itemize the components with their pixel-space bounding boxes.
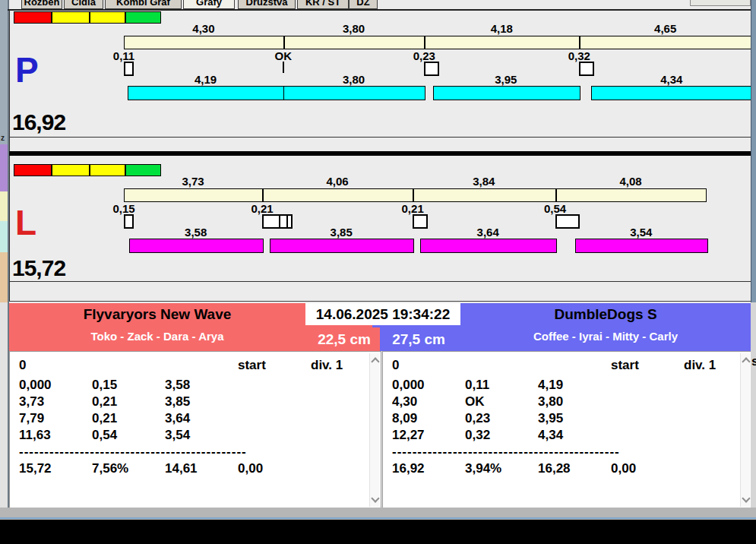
table-cell-r3c0: 11,63 xyxy=(19,428,51,443)
dog-run-bar xyxy=(270,239,414,253)
table-cell-r0c2: 4,19 xyxy=(538,378,563,393)
split-divider xyxy=(262,189,264,201)
run-label: 3,58 xyxy=(129,226,262,239)
split-divider xyxy=(579,36,580,49)
run-label: 4,19 xyxy=(128,73,283,86)
background-window-band-4 xyxy=(0,252,8,302)
right-edge-clipped-column: s xyxy=(751,302,756,508)
table-header-start: start xyxy=(238,358,266,373)
datetime-display: 14.06.2025 19:34:22 xyxy=(305,303,460,325)
table-total-c3: 0,00 xyxy=(238,461,263,476)
tab-grafy[interactable]: Grafy xyxy=(183,0,235,9)
tab-rozb-h[interactable]: Rozběh xyxy=(21,0,62,9)
split-divider xyxy=(424,36,425,49)
team-right-dogs: Coffee - Iyrai - Mitty - Carly xyxy=(460,330,751,343)
table-header-div: div. 1 xyxy=(684,358,716,373)
table-cell-r3c0: 12,27 xyxy=(392,428,425,443)
table-total-c1: 3,94% xyxy=(465,461,501,476)
table-cell-r2c1: 0,21 xyxy=(92,411,117,426)
table-cell-r2c0: 7,79 xyxy=(19,411,44,426)
jump-height-left: 22,5 cm xyxy=(305,327,383,351)
dog-run-bar xyxy=(283,86,425,100)
run-label: 3,85 xyxy=(270,226,413,239)
right-edge-scrollbar-strip[interactable] xyxy=(751,0,756,302)
dog-run-bar xyxy=(128,86,284,100)
background-window-band-5 xyxy=(0,302,8,508)
table-separator: ----------------------------------------… xyxy=(392,444,622,460)
team-left-dogs: Toko - Zack - Dara - Arya xyxy=(9,330,305,343)
top-right-tab-remnant[interactable] xyxy=(690,0,751,6)
split-label: 4,30 xyxy=(124,22,283,35)
table-cell-r0c2: 3,58 xyxy=(165,378,190,393)
status-light-block-0 xyxy=(14,11,52,24)
background-window-band-1 xyxy=(0,144,8,191)
scroll-up-icon[interactable] xyxy=(371,357,379,365)
dog-run-bar xyxy=(420,239,557,253)
scroll-down-icon[interactable] xyxy=(371,494,379,502)
table-total-c2: 16,28 xyxy=(538,461,571,476)
run-label: 3,95 xyxy=(433,73,580,86)
jump-height-right: 27,5 cm xyxy=(380,327,457,351)
background-window-band-2 xyxy=(0,191,8,221)
table-left-scrollbar[interactable] xyxy=(369,353,379,507)
table-total-c1: 7,56% xyxy=(92,461,128,476)
table-cell-r2c0: 8,09 xyxy=(392,411,417,426)
tab-kombi-graf[interactable]: Kombi Graf xyxy=(105,0,182,9)
split-label: 3,73 xyxy=(124,175,262,188)
tab-dru-stva[interactable]: Družstva xyxy=(238,0,296,9)
split-label: 3,84 xyxy=(413,175,555,188)
table-cell-r0c0: 0,000 xyxy=(392,378,425,393)
split-label: 4,18 xyxy=(424,22,579,35)
table-cell-r0c0: 0,000 xyxy=(19,378,52,393)
split-time-bar xyxy=(124,188,707,202)
status-light-block-1 xyxy=(52,164,90,176)
table-cell-r3c2: 3,54 xyxy=(165,428,190,443)
tab--idla[interactable]: Čidla xyxy=(64,0,103,9)
run-label: 4,34 xyxy=(591,73,752,86)
table-header-zero: 0 xyxy=(392,358,399,373)
table-cell-r1c0: 4,30 xyxy=(392,394,417,410)
split-divider xyxy=(283,36,285,49)
crossover-label: 0,11 xyxy=(101,49,147,62)
table-header-div: div. 1 xyxy=(311,358,343,373)
table-cell-r1c1: 0,21 xyxy=(92,394,117,410)
table-cell-r3c1: 0,54 xyxy=(92,428,117,443)
background-window-band-3 xyxy=(0,221,8,252)
scroll-up-icon[interactable] xyxy=(742,357,750,365)
table-header-zero: 0 xyxy=(19,358,26,373)
dog-run-bar xyxy=(129,239,264,253)
crossover-label: 0,21 xyxy=(390,202,435,215)
right-edge-letter: s xyxy=(751,354,756,369)
table-cell-r3c2: 4,34 xyxy=(538,428,563,443)
crossover-label: 0,15 xyxy=(101,202,147,215)
background-window-band-0 xyxy=(0,0,8,144)
footer-top-line xyxy=(9,301,751,302)
tab-dz[interactable]: DZ xyxy=(349,0,378,9)
left-edge-letter: z xyxy=(1,134,5,142)
team-left-name: Flyvaryors New Wave xyxy=(9,306,305,323)
tab-kr-st[interactable]: KR / ST xyxy=(297,0,349,9)
run-label: 3,80 xyxy=(283,73,424,86)
lane-total-time-p: 16,92 xyxy=(12,109,65,135)
table-cell-r1c0: 3,73 xyxy=(19,394,44,410)
lane-panel-left-l: L 15,72 3,734,063,844,080,150,210,210,54… xyxy=(9,163,752,301)
split-label: 4,08 xyxy=(555,175,707,188)
crossover-label: 0,54 xyxy=(533,202,578,215)
flyball-timing-window: { "window": { "tabs": [ {"label": "Rozbě… xyxy=(0,0,756,544)
table-right-scrollbar[interactable] xyxy=(740,353,750,507)
table-cell-r2c2: 3,64 xyxy=(165,411,190,426)
table-cell-r2c2: 3,95 xyxy=(538,411,563,426)
table-total-c0: 16,92 xyxy=(392,461,425,476)
table-cell-r0c1: 0,15 xyxy=(92,378,117,393)
table-cell-r2c1: 0,23 xyxy=(465,411,490,426)
crossover-label: OK xyxy=(261,49,306,62)
status-light-block-1 xyxy=(52,11,90,24)
scroll-down-icon[interactable] xyxy=(742,494,750,502)
dog-run-bar xyxy=(591,86,754,100)
team-right-name: DumbleDogs S xyxy=(460,306,751,323)
table-cell-r1c1: OK xyxy=(465,394,485,410)
table-separator: ----------------------------------------… xyxy=(19,444,248,460)
crossover-ok-tick xyxy=(283,62,284,73)
crossover-label: 0,23 xyxy=(401,49,447,62)
dog-run-bar xyxy=(575,239,708,253)
